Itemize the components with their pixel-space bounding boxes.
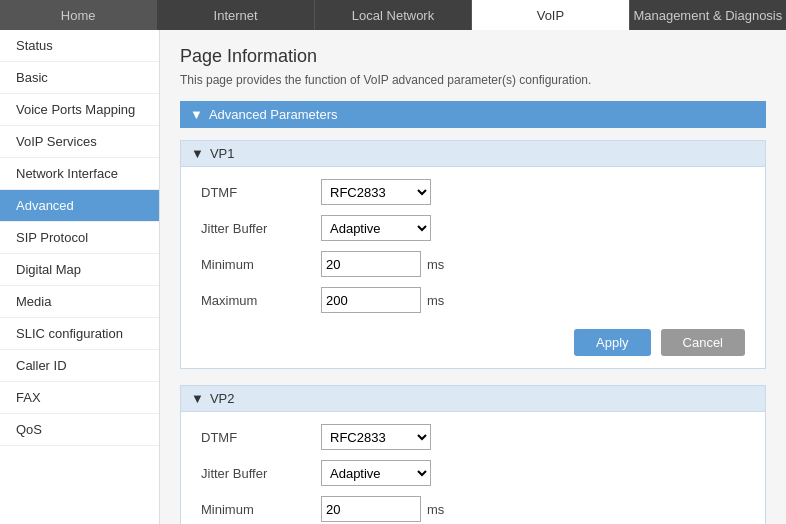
- vp1-minimum-unit: ms: [427, 257, 444, 272]
- vp1-minimum-input[interactable]: [321, 251, 421, 277]
- sidebar-item-network-interface[interactable]: Network Interface: [0, 158, 159, 190]
- vp1-maximum-unit: ms: [427, 293, 444, 308]
- vp1-title: VP1: [210, 146, 235, 161]
- vp2-body: DTMF RFC2833 InBand SIPInfo Jitter Buffe…: [181, 412, 765, 524]
- advanced-parameters-header[interactable]: ▼ Advanced Parameters: [180, 101, 766, 128]
- vp1-arrow-icon: ▼: [191, 146, 204, 161]
- advanced-arrow-icon: ▼: [190, 107, 203, 122]
- sidebar-item-voip-services[interactable]: VoIP Services: [0, 126, 159, 158]
- vp1-apply-button[interactable]: Apply: [574, 329, 651, 356]
- content-area: Page Information This page provides the …: [160, 30, 786, 524]
- vp1-header[interactable]: ▼ VP1: [181, 141, 765, 167]
- page-title: Page Information: [180, 46, 766, 67]
- sidebar-item-caller-id[interactable]: Caller ID: [0, 350, 159, 382]
- vp1-btn-row: Apply Cancel: [201, 323, 745, 356]
- vp2-minimum-input[interactable]: [321, 496, 421, 522]
- nav-voip[interactable]: VoIP: [472, 0, 629, 30]
- vp2-jitter-row: Jitter Buffer Adaptive Fixed: [201, 460, 745, 486]
- vp1-maximum-input[interactable]: [321, 287, 421, 313]
- sidebar-item-fax[interactable]: FAX: [0, 382, 159, 414]
- vp2-minimum-unit: ms: [427, 502, 444, 517]
- vp1-maximum-label: Maximum: [201, 293, 321, 308]
- sidebar-item-basic[interactable]: Basic: [0, 62, 159, 94]
- nav-management[interactable]: Management & Diagnosis: [630, 0, 786, 30]
- vp1-dtmf-row: DTMF RFC2833 InBand SIPInfo: [201, 179, 745, 205]
- vp1-minimum-row: Minimum ms: [201, 251, 745, 277]
- advanced-parameters-label: Advanced Parameters: [209, 107, 338, 122]
- vp2-title: VP2: [210, 391, 235, 406]
- vp2-dtmf-row: DTMF RFC2833 InBand SIPInfo: [201, 424, 745, 450]
- vp2-dtmf-select[interactable]: RFC2833 InBand SIPInfo: [321, 424, 431, 450]
- sidebar-item-qos[interactable]: QoS: [0, 414, 159, 446]
- vp2-dtmf-label: DTMF: [201, 430, 321, 445]
- sidebar-item-voice-ports-mapping[interactable]: Voice Ports Mapping: [0, 94, 159, 126]
- main-layout: Status Basic Voice Ports Mapping VoIP Se…: [0, 30, 786, 524]
- vp2-minimum-row: Minimum ms: [201, 496, 745, 522]
- vp1-cancel-button[interactable]: Cancel: [661, 329, 745, 356]
- vp1-jitter-row: Jitter Buffer Adaptive Fixed: [201, 215, 745, 241]
- sidebar-item-slic-configuration[interactable]: SLIC configuration: [0, 318, 159, 350]
- sidebar-item-sip-protocol[interactable]: SIP Protocol: [0, 222, 159, 254]
- sidebar-item-media[interactable]: Media: [0, 286, 159, 318]
- vp2-minimum-label: Minimum: [201, 502, 321, 517]
- nav-local-network[interactable]: Local Network: [315, 0, 472, 30]
- vp1-maximum-row: Maximum ms: [201, 287, 745, 313]
- sidebar-item-digital-map[interactable]: Digital Map: [0, 254, 159, 286]
- vp1-dtmf-label: DTMF: [201, 185, 321, 200]
- nav-internet[interactable]: Internet: [157, 0, 314, 30]
- vp1-jitter-label: Jitter Buffer: [201, 221, 321, 236]
- vp1-panel: ▼ VP1 DTMF RFC2833 InBand SIPInfo Jitter…: [180, 140, 766, 369]
- vp1-jitter-select[interactable]: Adaptive Fixed: [321, 215, 431, 241]
- vp1-body: DTMF RFC2833 InBand SIPInfo Jitter Buffe…: [181, 167, 765, 368]
- page-description: This page provides the function of VoIP …: [180, 73, 766, 87]
- vp2-jitter-label: Jitter Buffer: [201, 466, 321, 481]
- sidebar: Status Basic Voice Ports Mapping VoIP Se…: [0, 30, 160, 524]
- vp1-dtmf-select[interactable]: RFC2833 InBand SIPInfo: [321, 179, 431, 205]
- vp1-minimum-label: Minimum: [201, 257, 321, 272]
- top-nav: Home Internet Local Network VoIP Managem…: [0, 0, 786, 30]
- sidebar-item-status[interactable]: Status: [0, 30, 159, 62]
- vp2-jitter-select[interactable]: Adaptive Fixed: [321, 460, 431, 486]
- sidebar-item-advanced[interactable]: Advanced: [0, 190, 159, 222]
- vp2-panel: ▼ VP2 DTMF RFC2833 InBand SIPInfo Jitter…: [180, 385, 766, 524]
- vp2-arrow-icon: ▼: [191, 391, 204, 406]
- nav-home[interactable]: Home: [0, 0, 157, 30]
- vp2-header[interactable]: ▼ VP2: [181, 386, 765, 412]
